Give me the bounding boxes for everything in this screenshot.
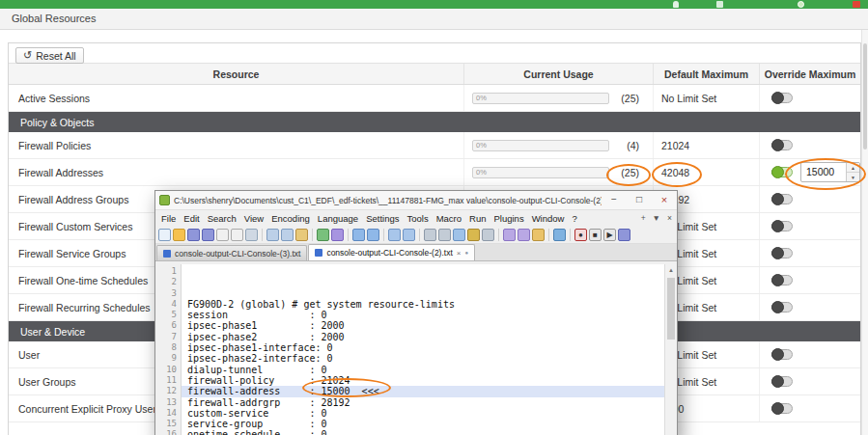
- menu-edit[interactable]: Edit: [180, 213, 203, 224]
- override-toggle[interactable]: [771, 140, 793, 150]
- override-toggle[interactable]: [771, 248, 793, 258]
- override-toggle[interactable]: [771, 221, 793, 231]
- function-list-icon[interactable]: [518, 229, 530, 241]
- editor-text-area[interactable]: FG900D-2 (global) # get system resource-…: [182, 264, 664, 435]
- record-macro-icon[interactable]: ●: [574, 229, 587, 241]
- print-icon[interactable]: [245, 229, 258, 241]
- override-toggle[interactable]: [771, 194, 793, 204]
- maximize-button[interactable]: □: [627, 191, 652, 209]
- spinner-up-icon[interactable]: ▲: [847, 163, 859, 173]
- close-doc-icon[interactable]: ×: [667, 213, 672, 223]
- override-value-spinner[interactable]: 15000▲▼: [800, 162, 860, 182]
- notifications-bell-icon[interactable]: [673, 1, 679, 8]
- notepad-title: C:\Users\shenry\Documents\cust_C1\_EDF\_…: [174, 196, 602, 205]
- toggle-knob: [771, 301, 784, 313]
- menu-search[interactable]: Search: [204, 213, 240, 224]
- table-row: Active Sessions0%(25)No Limit Set: [9, 85, 860, 112]
- monitoring-icon[interactable]: [553, 229, 566, 241]
- current-usage-cell: 0%(25): [463, 159, 653, 185]
- menu-file[interactable]: File: [157, 213, 180, 224]
- menu-encoding[interactable]: Encoding: [267, 213, 314, 224]
- cut-icon[interactable]: [266, 229, 279, 241]
- line-number: 3: [155, 288, 177, 299]
- tab-list-dropdown-icon[interactable]: ▼: [653, 213, 660, 223]
- line-number: 8: [155, 342, 177, 353]
- zoom-out-icon[interactable]: [403, 229, 415, 241]
- menu-tools[interactable]: Tools: [403, 213, 432, 224]
- menu-view[interactable]: View: [240, 213, 267, 224]
- menu-settings[interactable]: Settings: [362, 213, 403, 224]
- page-scrollbar-thumb[interactable]: [863, 43, 867, 150]
- override-toggle[interactable]: [771, 349, 793, 360]
- override-toggle[interactable]: [771, 376, 793, 387]
- word-wrap-icon[interactable]: [453, 229, 465, 241]
- new-tab-plus-icon[interactable]: +: [641, 213, 646, 223]
- undo-icon[interactable]: [317, 229, 329, 241]
- menu-?[interactable]: ?: [568, 213, 580, 224]
- menu-plugins[interactable]: Plugins: [490, 213, 527, 224]
- override-maximum-cell: [759, 368, 860, 394]
- reset-icon: ↺: [23, 49, 32, 62]
- doc-map-icon[interactable]: [503, 229, 516, 241]
- override-maximum-cell: [759, 240, 860, 266]
- open-folder-icon[interactable]: [173, 229, 185, 241]
- toggle-knob: [771, 375, 784, 388]
- paste-icon[interactable]: [295, 229, 308, 241]
- line-number: 13: [155, 397, 177, 408]
- document-tab[interactable]: console-output-CLI-Console-(2).txt×●: [308, 244, 475, 260]
- menu-run[interactable]: Run: [465, 213, 490, 224]
- toggle-knob: [771, 193, 784, 205]
- sync-vertical-icon[interactable]: [424, 229, 436, 241]
- indent-guide-icon[interactable]: [482, 229, 494, 241]
- menu-language[interactable]: Language: [314, 213, 362, 224]
- override-maximum-cell: [759, 132, 860, 158]
- notepad-editor[interactable]: 12345678910111213141516 FG900D-2 (global…: [155, 264, 677, 435]
- sync-horizontal-icon[interactable]: [438, 229, 451, 241]
- user-avatar[interactable]: [798, 1, 804, 8]
- tab-close-icon[interactable]: ×: [457, 249, 462, 258]
- override-toggle[interactable]: [771, 275, 793, 285]
- saved-file-icon: [163, 250, 171, 258]
- replace-icon[interactable]: [367, 229, 379, 241]
- override-toggle[interactable]: [771, 167, 793, 177]
- close-all-icon[interactable]: [231, 229, 243, 241]
- logo-mark[interactable]: [853, 1, 860, 8]
- reset-all-label: Reset All: [36, 50, 75, 62]
- usage-bar: 0%: [472, 93, 609, 104]
- line-number: 15: [155, 419, 177, 429]
- notepad-scrollbar-thumb[interactable]: [667, 278, 675, 340]
- tab-pin-icon[interactable]: ●: [464, 250, 468, 256]
- stop-macro-icon[interactable]: ■: [589, 229, 602, 241]
- apps-grid-icon[interactable]: [716, 1, 723, 8]
- resource-name: Active Sessions: [9, 85, 463, 111]
- override-toggle[interactable]: [771, 93, 793, 103]
- reset-all-button[interactable]: ↺ Reset All: [15, 47, 84, 64]
- toolbar-separator: [498, 229, 499, 241]
- toggle-knob: [771, 348, 784, 361]
- override-toggle[interactable]: [771, 403, 793, 414]
- page-scrollbar[interactable]: [861, 30, 868, 435]
- zoom-in-icon[interactable]: [388, 229, 401, 241]
- notepad-titlebar[interactable]: C:\Users\shenry\Documents\cust_C1\_EDF\_…: [155, 191, 677, 210]
- folder-workspace-icon[interactable]: [532, 229, 545, 241]
- usage-count: (4): [627, 140, 639, 151]
- close-button[interactable]: ×: [652, 191, 677, 209]
- save-all-icon[interactable]: [202, 229, 214, 241]
- find-icon[interactable]: [352, 229, 365, 241]
- spinner-down-icon[interactable]: ▼: [847, 173, 859, 181]
- menu-window[interactable]: Window: [528, 213, 569, 224]
- document-tab[interactable]: console-output-CLI-Console-(3).txt: [156, 245, 307, 260]
- play-macro-icon[interactable]: ▶: [603, 229, 616, 241]
- minimize-button[interactable]: −: [602, 191, 627, 209]
- copy-icon[interactable]: [281, 229, 294, 241]
- save-icon[interactable]: [187, 229, 200, 241]
- redo-icon[interactable]: [331, 229, 344, 241]
- scroll-up-arrow-icon[interactable]: ▲: [665, 264, 677, 276]
- notepad-scrollbar[interactable]: ▲: [664, 264, 677, 435]
- menu-macro[interactable]: Macro: [433, 213, 465, 224]
- save-macro-icon[interactable]: [618, 229, 630, 241]
- new-file-icon[interactable]: [158, 229, 171, 241]
- close-file-icon[interactable]: [216, 229, 229, 241]
- override-toggle[interactable]: [771, 302, 793, 313]
- show-all-chars-icon[interactable]: [467, 229, 480, 241]
